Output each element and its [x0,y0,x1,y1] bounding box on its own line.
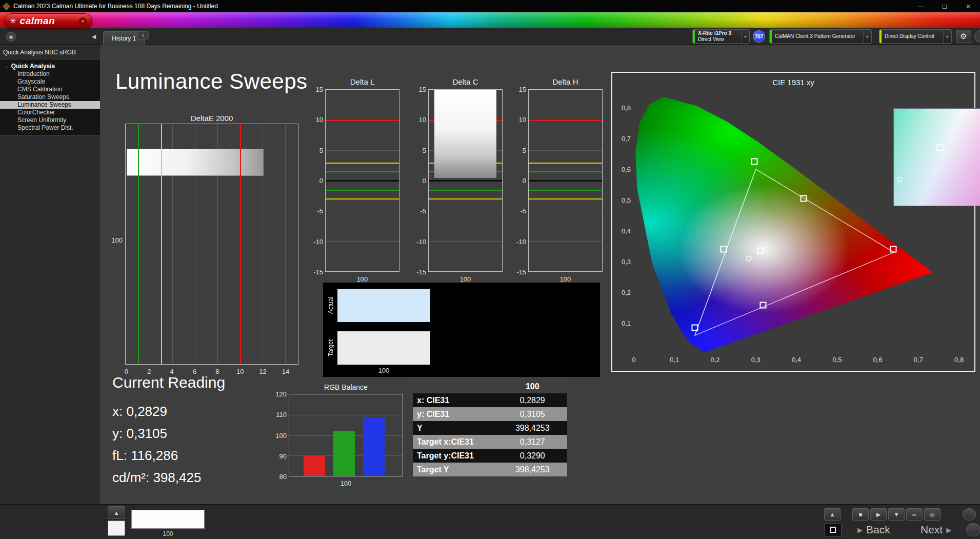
sidebar-item-colorchecker[interactable]: ColorChecker [0,109,100,116]
guide-line [326,241,399,242]
display-control-dropdown[interactable]: Direct Display Control ▼ [879,29,952,44]
tick-label: 0,2 [622,289,631,296]
tick-label: -5 [317,207,323,215]
zero-line [529,180,602,182]
maximize-button[interactable]: □ [933,0,956,12]
pattern-level-label: 100 [131,530,205,537]
calman-menu-button[interactable]: ✳ calman ▼ [4,13,92,29]
target-label: Target [327,331,334,365]
sidebar-item-grayscale[interactable]: Grayscale [0,78,100,86]
next-arrow-icon: ▶ [946,526,951,534]
guide-line [429,190,502,191]
cie-y-axis: 0,10,20,30,40,50,60,70,8 [614,89,631,354]
inset-reading-point [897,176,903,182]
tick-label: 0,5 [832,356,842,364]
delta-l-title: Delta L [325,77,399,86]
tick-label: 15 [316,86,323,93]
tick-label: -15 [516,268,526,276]
delta-l-x-category: 100 [325,275,399,283]
cie-reading-point [746,256,751,262]
guide-line [326,163,399,164]
table-header-row: 100 [413,380,567,393]
sidebar-collapse-icon[interactable]: ◀ [90,33,97,40]
pattern-window-button[interactable]: ▲ [108,506,125,519]
tick-label: -15 [313,268,323,276]
delta-c-plot [428,89,503,272]
tick-label: 110 [276,411,287,418]
sidebar-item-saturation-sweeps[interactable]: Saturation Sweeps [0,93,100,101]
partial-button[interactable] [963,508,976,521]
tick-label: 10 [519,116,526,124]
guide-line [529,171,602,172]
settings-gear-button[interactable]: ⚙ [956,30,971,43]
page-title: Luminance Sweeps [115,69,308,94]
link-button[interactable]: ∞ [906,508,923,521]
minimize-button[interactable]: — [909,0,933,12]
tick-label: -5 [420,207,426,215]
play-button[interactable]: ▶ [870,508,887,521]
close-button[interactable]: × [956,0,980,12]
white-pattern-button[interactable] [108,521,125,536]
guide-line [529,163,602,164]
delta-l-y-axis: 151050-5-10-15 [307,89,323,272]
tick-label: 10 [419,116,426,124]
gridline [326,211,399,211]
tick-label: 0,7 [914,356,923,364]
tick-label: 0 [423,177,426,185]
target-button[interactable]: ◎ [924,508,941,521]
save-button[interactable]: ▼ [888,508,905,521]
gridline [529,150,602,151]
partial-circle-button[interactable] [966,523,980,536]
sidebar-item-introduction[interactable]: Introduction [0,70,100,78]
meter-dropdown[interactable]: X-Rite i1Pro 3 Direct View ▼ [692,29,750,44]
tick-label: 0,1 [670,356,679,364]
table-row: Target x:CIE310,3127 [413,435,567,449]
measurement-count-badge: 707 [753,30,765,43]
tick-label: 90 [279,452,287,460]
add-tab-button[interactable]: + [137,31,149,39]
gridline [529,211,602,211]
cie-panel: CIE 1931 xy [611,72,975,372]
pattern-generator-dropdown[interactable]: CalMAN Client 3 Pattern Generator ▼ [769,29,872,44]
sidebar-item-luminance-sweeps[interactable]: Luminance Sweeps [0,101,100,109]
delta-h-y-axis: 151050-5-10-15 [510,89,526,272]
reading-y: y: 0,3105 [112,423,225,445]
pattern-toggle-button[interactable] [824,523,842,536]
gridline [326,150,399,151]
tick-label: 0,1 [622,320,631,327]
chevron-down-icon: ▼ [863,30,871,43]
back-button[interactable]: ▶ Back [857,522,890,537]
table-row: y: CIE310,3105 [413,407,567,421]
rgb-y-axis: 1201101009080 [265,394,287,476]
tick-label: -5 [520,207,526,215]
tick-label: 0,4 [792,356,801,364]
sidebar-item-screen-uniformity[interactable]: Screen Uniformity [0,116,100,124]
delta-h-title: Delta H [528,77,603,86]
window-title: Calman 2023 Calman Ultimate for Business… [13,3,218,10]
table-header-100: 100 [498,380,567,393]
pin-button[interactable]: ◉ [6,32,16,42]
bottom-bar: ▲ 100 ▲ ■ ▶ ▼ ∞ ◎ ▶ Back Next ▶ [0,504,980,539]
toolbar-partial-button[interactable] [974,30,980,43]
delta-h-x-category: 100 [528,275,603,283]
main-content: Luminance Sweeps DeltaE 2000 100 0246810… [100,45,980,504]
current-reading: Current Reading x: 0,2829 y: 0,3105 fL: … [112,374,225,489]
next-button[interactable]: Next ▶ [921,522,951,537]
delta-c-bar [434,90,496,178]
cie-point-square [751,158,758,165]
guide-line [326,171,399,172]
sidebar: Quick Analysis NBC sRGB - Quick Analysis… [0,45,100,504]
sidebar-item-spectral-power-dist[interactable]: Spectral Power Dist. [0,124,100,132]
brand-name: calman [20,15,55,27]
cie-point-square [691,325,698,331]
table-row: Target y:CIE310,3290 [413,449,567,463]
guide-line [429,241,502,242]
eject-button[interactable]: ▲ [824,508,841,521]
reading-cdm2: cd/m²: 398,425 [112,467,225,489]
tick-label: 100 [275,431,287,439]
sidebar-item-cms-calibration[interactable]: CMS Calibration [0,86,100,93]
stop-button[interactable]: ■ [852,508,869,521]
tree-root-quick-analysis[interactable]: - Quick Analysis [0,62,100,70]
actual-label: Actual [327,289,334,322]
title-bar: Calman 2023 Calman Ultimate for Business… [0,0,980,12]
